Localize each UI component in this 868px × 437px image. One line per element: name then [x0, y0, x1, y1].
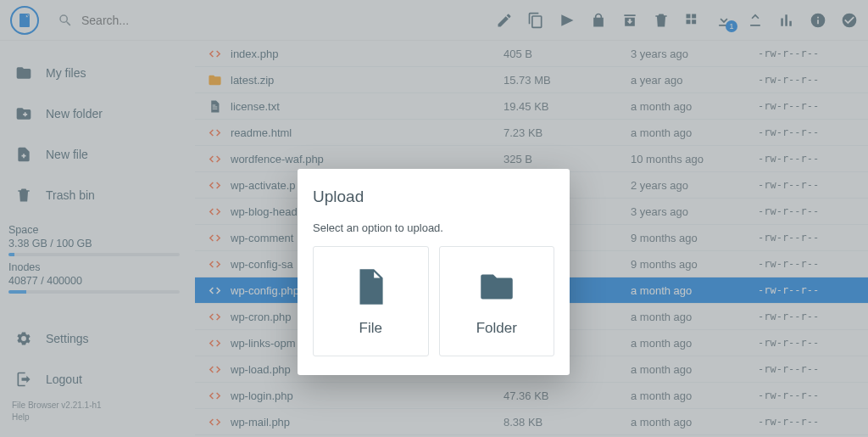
folder-large-icon	[476, 266, 518, 308]
upload-folder-label: Folder	[476, 320, 517, 337]
file-icon	[349, 266, 392, 308]
upload-file-label: File	[359, 320, 382, 337]
upload-folder-card[interactable]: Folder	[439, 246, 555, 356]
upload-dialog: Upload Select an option to upload. File …	[298, 169, 570, 375]
upload-file-card[interactable]: File	[313, 246, 429, 356]
dialog-prompt: Select an option to upload.	[313, 221, 554, 234]
dialog-title: Upload	[313, 188, 554, 206]
